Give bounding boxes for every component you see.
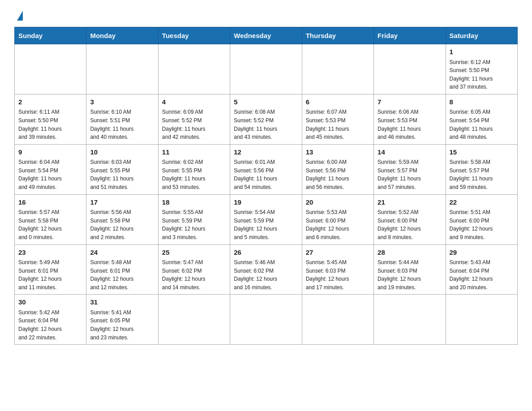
calendar-day-cell: 11Sunrise: 6:02 AM Sunset: 5:55 PM Dayli… [158, 144, 230, 194]
day-info: Sunrise: 6:03 AM Sunset: 5:55 PM Dayligh… [90, 158, 154, 191]
day-number: 19 [234, 197, 298, 208]
day-info: Sunrise: 5:41 AM Sunset: 6:05 PM Dayligh… [90, 308, 154, 342]
day-info: Sunrise: 5:53 AM Sunset: 6:00 PM Dayligh… [306, 208, 370, 241]
calendar-table: SundayMondayTuesdayWednesdayThursdayFrid… [14, 27, 518, 345]
day-number: 6 [306, 97, 370, 107]
calendar-day-cell: 15Sunrise: 5:58 AM Sunset: 5:57 PM Dayli… [446, 144, 517, 194]
day-number: 4 [162, 97, 226, 107]
calendar-day-cell: 21Sunrise: 5:52 AM Sunset: 6:00 PM Dayli… [374, 194, 446, 244]
calendar-week-row: 2Sunrise: 6:11 AM Sunset: 5:50 PM Daylig… [15, 94, 518, 144]
day-number: 16 [18, 197, 82, 208]
calendar-day-cell [302, 44, 373, 94]
day-info: Sunrise: 5:49 AM Sunset: 6:01 PM Dayligh… [18, 258, 82, 291]
day-number: 7 [378, 97, 442, 107]
day-number: 20 [306, 197, 370, 208]
calendar-day-cell: 25Sunrise: 5:47 AM Sunset: 6:02 PM Dayli… [158, 244, 230, 295]
day-number: 29 [450, 248, 514, 258]
day-number: 17 [90, 197, 154, 208]
day-number: 25 [162, 248, 226, 258]
day-info: Sunrise: 5:56 AM Sunset: 5:58 PM Dayligh… [90, 208, 154, 241]
calendar-week-row: 30Sunrise: 5:42 AM Sunset: 6:04 PM Dayli… [15, 295, 518, 345]
calendar-day-cell: 18Sunrise: 5:55 AM Sunset: 5:59 PM Dayli… [158, 194, 230, 244]
calendar-day-cell: 28Sunrise: 5:44 AM Sunset: 6:03 PM Dayli… [374, 244, 446, 295]
calendar-day-cell: 31Sunrise: 5:41 AM Sunset: 6:05 PM Dayli… [86, 295, 158, 345]
calendar-week-row: 16Sunrise: 5:57 AM Sunset: 5:58 PM Dayli… [15, 194, 518, 244]
calendar-day-cell: 6Sunrise: 6:07 AM Sunset: 5:53 PM Daylig… [302, 94, 373, 144]
calendar-week-row: 23Sunrise: 5:49 AM Sunset: 6:01 PM Dayli… [15, 244, 518, 295]
day-number: 10 [90, 147, 154, 158]
calendar-day-cell: 19Sunrise: 5:54 AM Sunset: 5:59 PM Dayli… [230, 194, 302, 244]
day-number: 1 [450, 47, 514, 57]
calendar-day-cell: 26Sunrise: 5:46 AM Sunset: 6:02 PM Dayli… [230, 244, 302, 295]
calendar-day-cell [446, 295, 517, 345]
calendar-day-cell: 8Sunrise: 6:05 AM Sunset: 5:54 PM Daylig… [446, 94, 517, 144]
day-info: Sunrise: 5:54 AM Sunset: 5:59 PM Dayligh… [234, 208, 298, 241]
day-info: Sunrise: 5:51 AM Sunset: 6:00 PM Dayligh… [450, 208, 514, 241]
day-number: 3 [90, 97, 154, 107]
day-info: Sunrise: 5:43 AM Sunset: 6:04 PM Dayligh… [450, 258, 514, 291]
day-of-week-header: Friday [374, 27, 446, 44]
day-number: 13 [306, 147, 370, 158]
logo-general-text [14, 11, 23, 19]
day-number: 21 [378, 197, 442, 208]
calendar-day-cell: 27Sunrise: 5:45 AM Sunset: 6:03 PM Dayli… [302, 244, 373, 295]
day-number: 5 [234, 97, 298, 107]
day-info: Sunrise: 6:07 AM Sunset: 5:53 PM Dayligh… [306, 108, 370, 141]
calendar-day-cell: 3Sunrise: 6:10 AM Sunset: 5:51 PM Daylig… [86, 94, 158, 144]
day-of-week-header: Monday [86, 27, 158, 44]
calendar-day-cell: 29Sunrise: 5:43 AM Sunset: 6:04 PM Dayli… [446, 244, 517, 295]
day-number: 8 [450, 97, 514, 107]
day-number: 15 [450, 147, 514, 158]
day-number: 9 [18, 147, 82, 158]
day-info: Sunrise: 5:45 AM Sunset: 6:03 PM Dayligh… [306, 258, 370, 291]
calendar-day-cell: 7Sunrise: 6:06 AM Sunset: 5:53 PM Daylig… [374, 94, 446, 144]
day-info: Sunrise: 5:55 AM Sunset: 5:59 PM Dayligh… [162, 208, 226, 241]
day-info: Sunrise: 5:59 AM Sunset: 5:57 PM Dayligh… [378, 158, 442, 191]
calendar-day-cell [158, 44, 230, 94]
calendar-day-cell [86, 44, 158, 94]
logo [14, 11, 23, 19]
page-header [14, 11, 518, 19]
calendar-day-cell [230, 44, 302, 94]
day-number: 30 [18, 297, 82, 308]
day-info: Sunrise: 5:48 AM Sunset: 6:01 PM Dayligh… [90, 258, 154, 291]
day-number: 26 [234, 248, 298, 258]
day-number: 24 [90, 248, 154, 258]
day-info: Sunrise: 5:58 AM Sunset: 5:57 PM Dayligh… [450, 158, 514, 191]
calendar-day-cell: 23Sunrise: 5:49 AM Sunset: 6:01 PM Dayli… [15, 244, 86, 295]
calendar-day-cell: 10Sunrise: 6:03 AM Sunset: 5:55 PM Dayli… [86, 144, 158, 194]
calendar-day-cell: 1Sunrise: 6:12 AM Sunset: 5:50 PM Daylig… [446, 44, 517, 94]
day-info: Sunrise: 6:05 AM Sunset: 5:54 PM Dayligh… [450, 108, 514, 141]
calendar-day-cell: 14Sunrise: 5:59 AM Sunset: 5:57 PM Dayli… [374, 144, 446, 194]
day-info: Sunrise: 5:52 AM Sunset: 6:00 PM Dayligh… [378, 208, 442, 241]
day-info: Sunrise: 6:06 AM Sunset: 5:53 PM Dayligh… [378, 108, 442, 141]
calendar-day-cell: 17Sunrise: 5:56 AM Sunset: 5:58 PM Dayli… [86, 194, 158, 244]
day-info: Sunrise: 6:12 AM Sunset: 5:50 PM Dayligh… [450, 58, 514, 91]
calendar-day-cell: 9Sunrise: 6:04 AM Sunset: 5:54 PM Daylig… [15, 144, 86, 194]
day-number: 22 [450, 197, 514, 208]
day-number: 27 [306, 248, 370, 258]
day-info: Sunrise: 6:04 AM Sunset: 5:54 PM Dayligh… [18, 158, 82, 191]
day-info: Sunrise: 5:57 AM Sunset: 5:58 PM Dayligh… [18, 208, 82, 241]
calendar-day-cell [302, 295, 373, 345]
calendar-day-cell: 12Sunrise: 6:01 AM Sunset: 5:56 PM Dayli… [230, 144, 302, 194]
calendar-day-cell: 22Sunrise: 5:51 AM Sunset: 6:00 PM Dayli… [446, 194, 517, 244]
day-of-week-header: Sunday [15, 27, 86, 44]
day-info: Sunrise: 6:09 AM Sunset: 5:52 PM Dayligh… [162, 108, 226, 141]
day-info: Sunrise: 6:11 AM Sunset: 5:50 PM Dayligh… [18, 108, 82, 141]
day-number: 14 [378, 147, 442, 158]
day-number: 12 [234, 147, 298, 158]
day-number: 18 [162, 197, 226, 208]
day-number: 31 [90, 297, 154, 308]
calendar-day-cell: 24Sunrise: 5:48 AM Sunset: 6:01 PM Dayli… [86, 244, 158, 295]
day-info: Sunrise: 6:00 AM Sunset: 5:56 PM Dayligh… [306, 158, 370, 191]
day-number: 11 [162, 147, 226, 158]
day-info: Sunrise: 5:47 AM Sunset: 6:02 PM Dayligh… [162, 258, 226, 291]
day-info: Sunrise: 5:44 AM Sunset: 6:03 PM Dayligh… [378, 258, 442, 291]
calendar-day-cell: 13Sunrise: 6:00 AM Sunset: 5:56 PM Dayli… [302, 144, 373, 194]
day-number: 28 [378, 248, 442, 258]
day-info: Sunrise: 5:46 AM Sunset: 6:02 PM Dayligh… [234, 258, 298, 291]
day-number: 23 [18, 248, 82, 258]
day-of-week-header: Wednesday [230, 27, 302, 44]
calendar-day-cell: 5Sunrise: 6:08 AM Sunset: 5:52 PM Daylig… [230, 94, 302, 144]
